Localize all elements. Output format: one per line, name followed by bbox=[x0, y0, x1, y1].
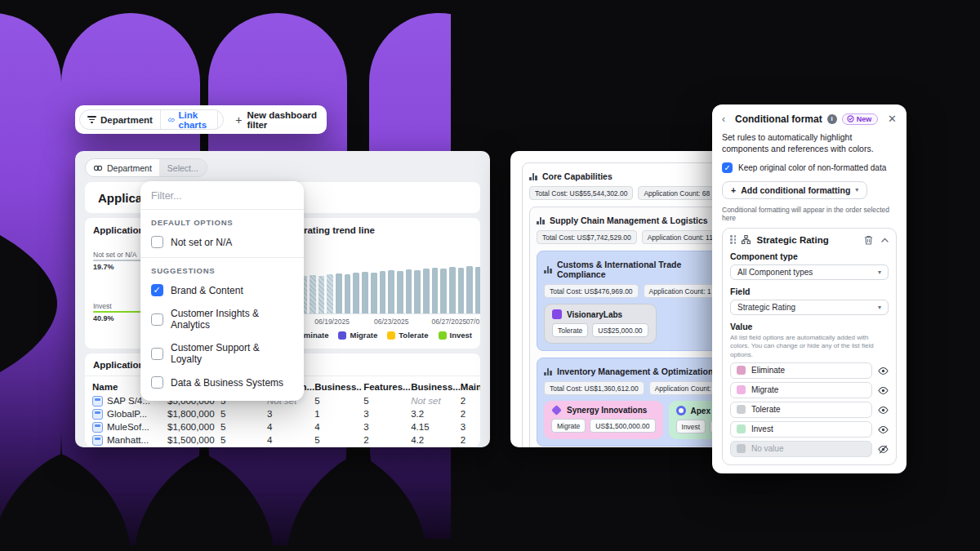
checkbox[interactable] bbox=[151, 313, 163, 326]
link-charts-button[interactable]: Link charts bbox=[160, 110, 218, 129]
checkbox[interactable] bbox=[151, 236, 163, 248]
color-swatch bbox=[737, 385, 746, 394]
info-icon[interactable]: i bbox=[827, 114, 837, 124]
capability-card[interactable]: Inventory Management & OptimizationTotal… bbox=[537, 358, 737, 447]
app-name: GlobalP... bbox=[92, 409, 167, 420]
capability-title: Inventory Management & Optimization bbox=[557, 367, 713, 376]
component-type-select[interactable]: All Component types▾ bbox=[730, 264, 889, 280]
application-row: VisionaryLabsTolerateUS$25,000.00 bbox=[544, 304, 730, 344]
table-row[interactable]: Manhatt...$1,500,00054524.224 bbox=[92, 433, 480, 447]
new-dashboard-filter-button[interactable]: + New dashboard filter bbox=[235, 110, 318, 130]
name-cell: Manhatt... bbox=[92, 433, 167, 447]
filter-chip-group: Department Link charts ⚙ bbox=[79, 109, 224, 130]
eye-icon[interactable] bbox=[878, 365, 889, 375]
app-name: Manhatt... bbox=[92, 435, 167, 446]
table-cell: 5 bbox=[314, 433, 363, 447]
eye-off-icon[interactable] bbox=[878, 443, 889, 454]
table-cell: 1 bbox=[314, 407, 363, 420]
department-filter-chip[interactable]: Department bbox=[80, 110, 160, 129]
x-tick-label: 07/01/2025 bbox=[466, 318, 480, 326]
field-select[interactable]: Strategic Rating▾ bbox=[730, 300, 889, 315]
legend-label: Tolerate bbox=[399, 331, 428, 340]
value-option-label: Eliminate bbox=[751, 366, 785, 375]
table-cell: $1,500,000 bbox=[167, 433, 220, 447]
department-pill-value[interactable]: Select... bbox=[159, 159, 207, 176]
dropdown-option[interactable]: Data & Business Systems bbox=[140, 371, 304, 394]
application-card[interactable]: VisionaryLabsTolerateUS$25,000.00 bbox=[544, 304, 657, 344]
checkbox[interactable] bbox=[151, 376, 163, 389]
app-name-label: Manhatt... bbox=[107, 435, 149, 445]
drag-handle-icon[interactable] bbox=[730, 235, 737, 244]
trend-bar bbox=[388, 270, 394, 313]
application-card[interactable]: Synergy InnovationsMigrateUS$1,500,000.0… bbox=[544, 401, 663, 439]
keep-color-checkbox-row[interactable]: Keep original color of non-formatted dat… bbox=[722, 162, 897, 173]
value-option-row: Migrate bbox=[730, 382, 889, 398]
capability-title: Core Capabilities bbox=[542, 171, 612, 181]
department-select-pill[interactable]: Department Select... bbox=[85, 158, 207, 177]
table-row[interactable]: MuleSof...$1,600,00054434.1534 bbox=[92, 420, 480, 433]
filter-settings-button[interactable]: ⚙ bbox=[217, 110, 224, 129]
add-conditional-formatting-button[interactable]: + Add conditional formatting ▾ bbox=[722, 181, 867, 199]
table-cell: 4.2 bbox=[411, 433, 461, 447]
department-filter-dropdown: Filter... DEFAULT OPTIONSNot set or N/AS… bbox=[140, 181, 304, 401]
checkbox-checked[interactable] bbox=[151, 284, 163, 296]
panel-title: Conditional format bbox=[735, 113, 822, 125]
column-header: Business... bbox=[411, 380, 461, 394]
rule-title: Strategic Rating bbox=[757, 235, 829, 245]
capability-title: Supply Chain Management & Logistics bbox=[550, 216, 708, 225]
table-cell: 4 bbox=[267, 433, 314, 447]
value-option[interactable]: Tolerate bbox=[730, 402, 872, 418]
chevron-up-icon[interactable] bbox=[881, 238, 889, 242]
application-badges: TolerateUS$25,000.00 bbox=[552, 323, 648, 337]
color-swatch bbox=[737, 424, 746, 433]
dropdown-option[interactable]: Customer Support & Loyalty bbox=[140, 336, 304, 371]
value-option[interactable]: Eliminate bbox=[730, 362, 872, 379]
chevron-down-icon: ▾ bbox=[878, 269, 881, 276]
app-badge: Invest bbox=[676, 420, 706, 433]
app-badge: Tolerate bbox=[552, 323, 588, 337]
keep-color-checkbox[interactable] bbox=[722, 162, 733, 173]
trend-bar bbox=[345, 274, 351, 313]
table-cell: 3 bbox=[267, 407, 314, 420]
dropdown-filter-input[interactable]: Filter... bbox=[140, 181, 304, 210]
column-header: Business.. bbox=[314, 380, 363, 394]
department-pill-label: Department bbox=[107, 163, 152, 173]
checkbox[interactable] bbox=[151, 348, 163, 360]
value-option[interactable]: No value bbox=[730, 441, 872, 457]
dropdown-option[interactable]: Not set or N/A bbox=[140, 230, 304, 254]
dropdown-option[interactable]: Brand & Content bbox=[140, 278, 304, 302]
capability-card[interactable]: Customs & International Trade Compliance… bbox=[537, 251, 737, 351]
eye-icon[interactable] bbox=[878, 384, 889, 395]
trash-icon[interactable] bbox=[864, 235, 873, 245]
legend-label: Invest bbox=[450, 331, 472, 340]
eye-icon[interactable] bbox=[878, 424, 889, 434]
trend-bar bbox=[336, 273, 342, 313]
trend-bar bbox=[310, 275, 316, 313]
stat-badge: Total Cost: US$476,969.00 bbox=[544, 284, 639, 298]
dropdown-option[interactable]: Customer Insights & Analytics bbox=[140, 302, 304, 336]
dashboard-filter-toolbar: Department Link charts ⚙ + New dashboard… bbox=[75, 105, 327, 134]
order-note: Conditional formatting will appear in th… bbox=[722, 206, 897, 222]
name-cell: GlobalP... bbox=[92, 407, 167, 420]
eye-icon[interactable] bbox=[878, 404, 889, 415]
color-swatch bbox=[737, 405, 746, 414]
application-header: Synergy Innovations bbox=[551, 406, 656, 419]
new-dashboard-filter-label: New dashboard filter bbox=[247, 110, 318, 130]
value-help-text: All list field options are automatically… bbox=[730, 334, 889, 359]
value-option[interactable]: Invest bbox=[730, 421, 872, 438]
value-option[interactable]: Migrate bbox=[730, 382, 872, 398]
legend-label: Migrate bbox=[350, 331, 377, 340]
gear-icon: ⚙ bbox=[222, 113, 224, 126]
link-rings-icon bbox=[93, 165, 103, 171]
table-cell: 5 bbox=[220, 407, 267, 420]
app-badge: US$1,500,000.00 bbox=[590, 419, 655, 433]
bar-chart-icon bbox=[544, 266, 552, 273]
table-row[interactable]: GlobalP...$1,800,00053133.223 bbox=[92, 407, 480, 420]
value-option-label: No value bbox=[751, 444, 783, 453]
department-chip-label: Department bbox=[100, 115, 153, 125]
bar-chart-icon bbox=[529, 173, 537, 180]
close-icon[interactable]: ✕ bbox=[888, 113, 897, 125]
application-icon bbox=[92, 422, 103, 433]
legend-item: Tolerate bbox=[387, 331, 428, 340]
back-chevron-icon[interactable]: ‹ bbox=[722, 113, 730, 125]
